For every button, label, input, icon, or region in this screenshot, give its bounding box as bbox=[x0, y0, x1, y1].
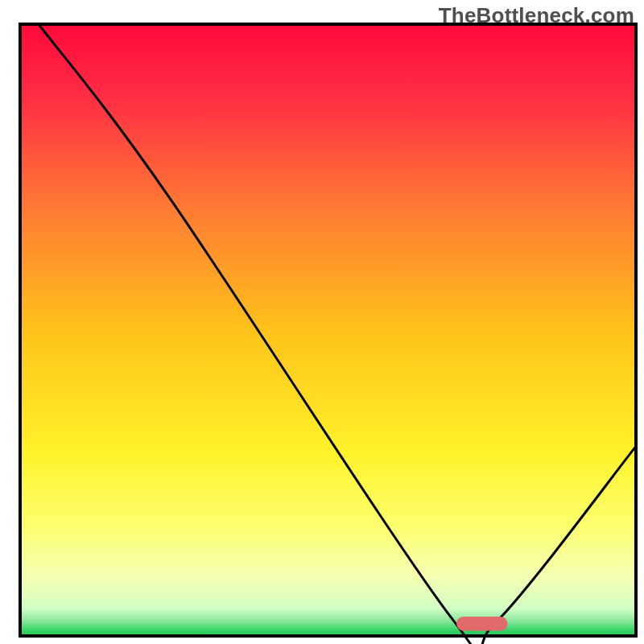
bottleneck-chart bbox=[0, 0, 644, 644]
chart-stage: TheBottleneck.com bbox=[0, 0, 644, 644]
gradient-background bbox=[20, 24, 636, 636]
watermark-text: TheBottleneck.com bbox=[439, 3, 634, 28]
